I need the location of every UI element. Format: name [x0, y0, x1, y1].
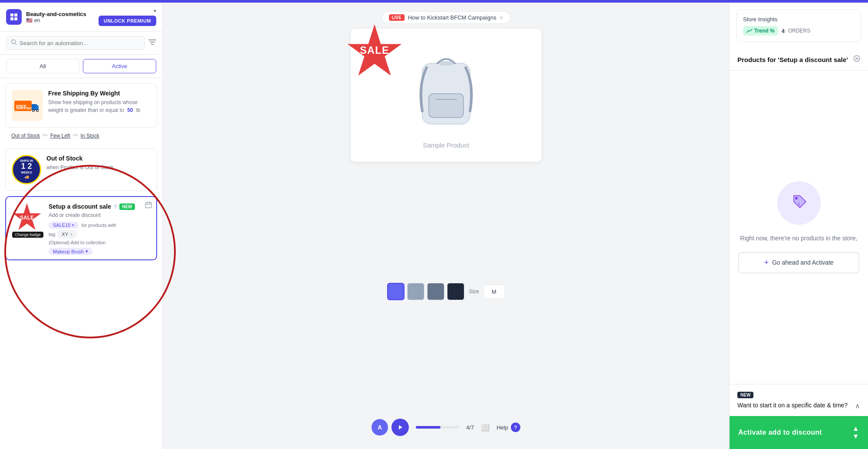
free-shipping-desc: Show free shipping on products whose wei… — [48, 98, 151, 114]
search-input-wrap[interactable] — [6, 36, 145, 50]
right-panel-header: Products for 'Setup a discount sale' — [730, 49, 868, 71]
svg-text:SALE: SALE — [360, 45, 389, 56]
sale-sticker-icon: SALE — [12, 203, 42, 233]
automation-card-out-of-stock[interactable]: SHIPS IN 1 2 WEEKS 🚚 Out of Stock when P… — [5, 148, 157, 191]
progress-bar — [416, 426, 459, 429]
trend-badge: Trend % — [743, 26, 778, 36]
svg-rect-2 — [10, 17, 13, 20]
size-button[interactable]: M — [483, 285, 505, 299]
bottom-nav: A 4/7 ⬜ Help ? — [372, 414, 520, 440]
language-selector[interactable]: 🇺🇸 en — [26, 17, 94, 23]
tag-remove-icon[interactable]: × — [70, 232, 72, 237]
color-swatch-3[interactable] — [427, 283, 444, 300]
separator1: >> — [43, 133, 48, 139]
size-label: Size — [469, 288, 479, 295]
play-button[interactable] — [391, 419, 409, 436]
automation-card-discount-sale[interactable]: SALE Change badge Setup a discount sale … — [5, 196, 157, 260]
activate-arrows-icon: ▲ ▼ — [852, 425, 859, 440]
for-products-label: for products with — [81, 223, 116, 228]
live-banner-text: How to Kickstart BFCM Campaigns — [408, 14, 496, 21]
plus-icon: + — [764, 258, 769, 267]
go-ahead-activate-button[interactable]: + Go ahead and Activate — [738, 252, 859, 273]
svg-rect-1 — [14, 13, 17, 16]
discount-sale-desc: Add or create discount — [49, 211, 150, 219]
store-insights-box: Store Insights Trend % 4 ORDERS — [736, 10, 861, 42]
orders-label: ORDERS — [788, 28, 810, 34]
discount-sale-icon-wrap: SALE Change badge — [12, 203, 43, 240]
discount-sale-title: Setup a discount sale — [49, 203, 111, 210]
help-icon[interactable]: ? — [114, 203, 117, 210]
unlock-premium-button[interactable]: UNLOCK PREMIUM — [99, 16, 156, 26]
avatar: A — [372, 419, 388, 436]
backpack-illustration — [398, 42, 494, 137]
out-of-stock-desc: when Product is Out of Stock — [46, 164, 151, 171]
svg-marker-28 — [399, 425, 402, 429]
chevron-up-icon[interactable]: ∧ — [855, 402, 860, 410]
activate-bottom-label: Activate add to discount — [738, 429, 822, 436]
color-swatch-2[interactable] — [407, 283, 424, 300]
collection-pill[interactable]: Makeup Brush ▾ — [49, 248, 92, 255]
few-left-link[interactable]: Few Left — [50, 133, 70, 139]
new-section-question: Want to start it on a specific date & ti… — [737, 402, 860, 410]
activate-text: Go ahead and Activate — [772, 259, 834, 266]
tab-all[interactable]: All — [6, 59, 79, 73]
empty-state: ! Right now, there're no products in the… — [730, 71, 868, 384]
color-swatch-1[interactable] — [387, 283, 404, 300]
new-section: NEW Want to start it on a specific date … — [730, 384, 868, 416]
automation-card-free-shipping[interactable]: FREE SHIPPING Free Shipping By Weight — [5, 83, 157, 128]
page-count: 4/7 — [466, 424, 474, 431]
empty-state-text: Right now, there're no products in the s… — [740, 233, 857, 243]
discount-tag-icon: ! — [788, 190, 810, 216]
help-circle-icon: ? — [511, 423, 520, 432]
out-of-stock-title: Out of Stock — [46, 155, 151, 162]
right-panel-close-icon[interactable] — [853, 55, 860, 64]
tag-label-static: tag — [49, 232, 55, 237]
main-canvas: LIVE How to Kickstart BFCM Campaigns × S… — [163, 3, 729, 449]
live-badge: LIVE — [389, 14, 404, 21]
svg-rect-18 — [145, 203, 151, 208]
tab-active[interactable]: Active — [83, 59, 156, 73]
svg-rect-3 — [14, 17, 17, 20]
new-badge: NEW — [119, 203, 135, 210]
size-selector[interactable]: Size M — [387, 283, 504, 300]
svg-text:SHIPPING: SHIPPING — [16, 106, 33, 110]
svg-line-5 — [15, 43, 16, 45]
sale-badge-preview: SALE — [346, 24, 403, 81]
product-preview: SALE Sample Product — [351, 29, 542, 162]
optional-label: (Optional) Add to collection — [49, 240, 105, 245]
svg-point-33 — [795, 197, 798, 200]
filter-icon[interactable] — [148, 39, 156, 47]
sidebar-logo — [6, 9, 22, 25]
sale10-tag-pill[interactable]: SALE10 ▾ — [49, 222, 79, 229]
dropdown-arrow-icon[interactable]: ▾ — [154, 8, 156, 14]
right-panel: Store Insights Trend % 4 ORDERS Products… — [729, 3, 868, 449]
svg-rect-13 — [32, 104, 36, 110]
orders-count: 4 — [782, 28, 785, 34]
view-icon[interactable]: ⬜ — [481, 423, 490, 432]
free-shipping-icon: FREE SHIPPING — [12, 90, 43, 121]
tag-xy-input[interactable]: XY × — [58, 230, 76, 238]
sample-product-label: Sample Product — [423, 141, 469, 149]
svg-point-16 — [33, 110, 34, 111]
store-insights-title: Store Insights — [743, 16, 855, 23]
out-of-stock-icon: SHIPS IN 1 2 WEEKS 🚚 — [12, 155, 41, 184]
color-swatch-4[interactable] — [447, 283, 464, 300]
activate-add-to-discount-button[interactable]: Activate add to discount ▲ ▼ — [730, 416, 868, 449]
store-name: Beauty-and-cosmetics — [26, 11, 94, 17]
svg-rect-27 — [440, 61, 453, 66]
svg-text:!: ! — [798, 202, 799, 207]
svg-rect-0 — [10, 13, 13, 16]
live-banner[interactable]: LIVE How to Kickstart BFCM Campaigns × — [381, 11, 511, 24]
new-section-badge: NEW — [737, 392, 753, 398]
help-button[interactable]: Help ? — [496, 423, 520, 432]
progress-fill — [416, 426, 441, 429]
in-stock-link[interactable]: In Stock — [80, 133, 99, 139]
free-shipping-title: Free Shipping By Weight — [48, 90, 151, 97]
out-of-stock-link[interactable]: Out of Stock — [11, 133, 40, 139]
empty-state-icon-circle: ! — [777, 181, 821, 225]
search-icon — [11, 39, 17, 47]
schedule-icon[interactable] — [145, 201, 152, 210]
live-banner-close[interactable]: × — [500, 14, 503, 21]
change-badge-button[interactable]: Change badge — [12, 232, 43, 238]
search-input[interactable] — [20, 40, 140, 46]
